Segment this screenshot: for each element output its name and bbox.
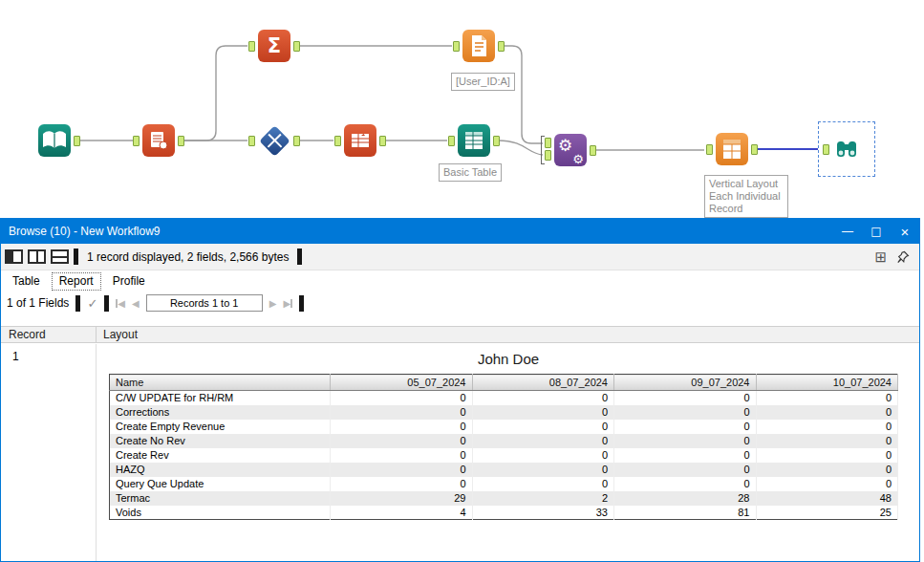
- maximize-button[interactable]: □: [862, 219, 891, 244]
- output-anchor[interactable]: [293, 41, 300, 52]
- output-anchor[interactable]: [379, 136, 386, 146]
- report-cell-value: 0: [614, 405, 757, 420]
- report-table-row: HAZQ0000: [110, 463, 898, 477]
- report-cell-value: 25: [756, 506, 898, 520]
- report-cell-value: 0: [756, 477, 898, 491]
- report-table-row: Create Empty Revenue0000: [110, 420, 898, 434]
- wire-reporttext-to-layout[interactable]: [504, 46, 543, 143]
- report-cell-value: 0: [756, 434, 898, 448]
- nav-grip[interactable]: [104, 295, 109, 312]
- first-record-button[interactable]: ◀: [116, 298, 125, 309]
- prep-tool[interactable]: [142, 124, 175, 157]
- report-cell-name: Corrections: [110, 405, 331, 420]
- report-cell-value: 0: [756, 448, 898, 463]
- next-record-button[interactable]: ▶: [269, 298, 277, 309]
- last-record-button[interactable]: ▶: [283, 298, 292, 309]
- vertical-layout-label[interactable]: Vertical Layout Each Individual Record: [704, 175, 788, 218]
- horizontal-split-icon[interactable]: [51, 249, 69, 264]
- report-text-label[interactable]: [User_ID:A]: [451, 73, 515, 91]
- nav-grip[interactable]: [75, 295, 80, 312]
- tab-profile[interactable]: Profile: [105, 272, 153, 291]
- report-cell-value: 48: [756, 491, 898, 506]
- report-cell-value: 0: [614, 463, 757, 477]
- wire-prep-to-summarize[interactable]: [183, 46, 247, 140]
- input-anchor[interactable]: [448, 136, 455, 146]
- pin-icon[interactable]: [896, 250, 910, 264]
- gear-icon: ⚙: [558, 136, 572, 155]
- report-cell-name: Termac: [110, 491, 331, 506]
- record-status-text: 1 record displayed, 2 fields, 2,566 byte…: [83, 250, 292, 264]
- output-anchor[interactable]: [498, 41, 505, 52]
- vertical-layout-icon: [716, 133, 748, 165]
- join-icon: [258, 124, 290, 157]
- report-cell-value: 2: [472, 491, 614, 506]
- report-cell-value: 0: [614, 448, 757, 463]
- vertical-layout-tool[interactable]: [716, 133, 748, 165]
- input-anchor[interactable]: [248, 41, 255, 52]
- crosstab-icon: [344, 124, 376, 157]
- input-anchor[interactable]: [133, 136, 140, 146]
- join-tool[interactable]: [258, 124, 290, 157]
- report-cell-value: 0: [756, 463, 898, 477]
- input-anchor[interactable]: [248, 136, 255, 146]
- workflow-canvas[interactable]: Σ [User_ID:A] Basic Table: [0, 0, 924, 218]
- crosstab-tool[interactable]: [344, 124, 376, 157]
- output-anchor[interactable]: [74, 136, 80, 146]
- minimize-button[interactable]: —: [833, 219, 862, 244]
- report-cell-name: HAZQ: [110, 463, 331, 477]
- toolbar-grip[interactable]: [297, 249, 302, 265]
- output-anchor[interactable]: [751, 144, 758, 155]
- basic-table-label[interactable]: Basic Table: [439, 163, 502, 182]
- report-cell-name: Create Rev: [110, 448, 331, 463]
- layout-tool[interactable]: ⚙ ⚙: [554, 134, 587, 166]
- toolbar-grip[interactable]: [74, 249, 78, 265]
- nav-grip[interactable]: [299, 295, 304, 312]
- record-navigation: 1 of 1 Fields ✓ ◀ ◀ Records 1 to 1 ▶ ▶: [1, 291, 919, 315]
- vertical-split-icon[interactable]: [28, 249, 46, 264]
- record-list-pane: 1: [1, 344, 97, 561]
- single-pane-icon[interactable]: [5, 249, 23, 264]
- tab-report[interactable]: Report: [52, 272, 101, 291]
- input-anchor[interactable]: [545, 150, 551, 161]
- report-text-icon: [462, 30, 495, 62]
- records-range-box: Records 1 to 1: [146, 294, 263, 312]
- report-col-date: 05_07_2024: [331, 375, 473, 391]
- record-row[interactable]: 1: [1, 344, 96, 363]
- report-table-row: Corrections0000: [110, 405, 898, 420]
- report-cell-value: 0: [331, 405, 473, 420]
- input-anchor[interactable]: [545, 138, 551, 148]
- basic-table-tool[interactable]: [458, 124, 490, 157]
- report-title: John Doe: [97, 351, 919, 367]
- close-button[interactable]: ×: [891, 219, 919, 244]
- report-table-row: C/W UPDATE for RH/RM0000: [110, 391, 898, 405]
- wire-basictable-to-layout[interactable]: [498, 140, 543, 155]
- report-text-tool[interactable]: [462, 30, 495, 62]
- check-icon[interactable]: ✓: [87, 296, 97, 311]
- previous-record-button[interactable]: ◀: [132, 298, 140, 309]
- browse-tool[interactable]: [830, 133, 863, 165]
- report-cell-value: 28: [614, 491, 757, 506]
- summarize-tool[interactable]: Σ: [258, 30, 290, 62]
- input-anchor[interactable]: [823, 144, 829, 155]
- new-window-icon[interactable]: ⊞: [874, 249, 887, 266]
- report-table-body: C/W UPDATE for RH/RM0000Corrections0000C…: [110, 391, 898, 520]
- output-anchor[interactable]: [590, 145, 596, 156]
- report-cell-value: 0: [614, 434, 757, 448]
- report-table-row: Termac2922848: [110, 491, 898, 506]
- output-anchor[interactable]: [293, 136, 300, 146]
- tab-table[interactable]: Table: [5, 272, 48, 291]
- browse-tool-selection[interactable]: [818, 121, 875, 177]
- report-cell-value: 0: [331, 391, 473, 405]
- browse-binoculars-icon: [830, 133, 863, 165]
- summarize-icon: Σ: [258, 30, 290, 62]
- input-data-tool[interactable]: [38, 124, 71, 157]
- report-cell-name: C/W UPDATE for RH/RM: [110, 391, 331, 405]
- report-cell-value: 0: [472, 448, 614, 463]
- input-anchor[interactable]: [706, 144, 713, 155]
- input-anchor[interactable]: [453, 41, 460, 52]
- output-anchor[interactable]: [178, 136, 184, 146]
- input-anchor[interactable]: [334, 136, 341, 146]
- output-anchor[interactable]: [493, 136, 500, 146]
- window-titlebar[interactable]: Browse (10) - New Workflow9 — □ ×: [1, 219, 919, 244]
- report-cell-name: Query Que Update: [110, 477, 331, 491]
